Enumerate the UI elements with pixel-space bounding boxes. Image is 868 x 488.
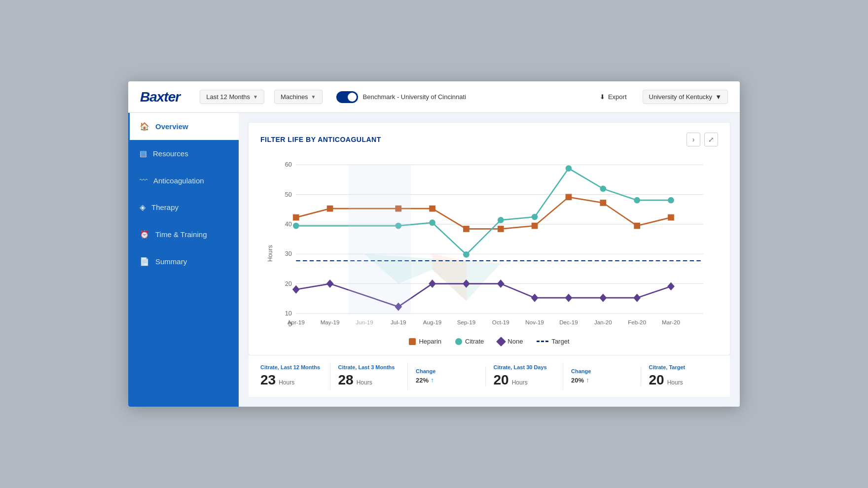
svg-point-28 [293, 223, 299, 229]
chart-controls: › ⤢ [687, 133, 718, 146]
chart-svg: 60 50 40 30 20 10 0 Hours [260, 154, 718, 332]
legend-heparin: Heparin [409, 338, 441, 345]
svg-text:Dec-19: Dec-19 [559, 319, 578, 325]
header: Baxter Last 12 Months ▼ Machines ▼ Bench… [128, 81, 740, 113]
stat-citrate-3m-unit: Hours [357, 379, 372, 386]
chevron-down-icon: ▼ [715, 93, 722, 101]
svg-text:60: 60 [285, 161, 292, 168]
svg-marker-38 [292, 285, 300, 294]
chevron-down-icon: ▼ [311, 94, 316, 100]
svg-marker-43 [497, 279, 505, 288]
svg-text:Oct-19: Oct-19 [492, 319, 509, 325]
sidebar-item-therapy[interactable]: ◈ Therapy [128, 194, 239, 221]
stat-change-3m-value: 22% [416, 377, 429, 384]
svg-marker-45 [565, 294, 573, 302]
clock-icon: ⏰ [140, 230, 149, 239]
none-color [496, 337, 506, 347]
heparin-label: Heparin [419, 338, 441, 345]
svg-point-32 [498, 217, 504, 223]
svg-rect-24 [566, 194, 572, 200]
machines-label: Machines [281, 93, 308, 101]
svg-rect-25 [600, 200, 606, 206]
target-label: Target [551, 338, 569, 345]
sidebar-item-label: Therapy [151, 203, 179, 211]
benchmark-label: Benchmark - University of Cincinnati [363, 93, 467, 101]
stat-citrate-3m: Citrate, Last 3 Months 28 Hours [330, 362, 408, 390]
stat-citrate-target-label: Citrate, Target [649, 364, 711, 370]
chart-next-button[interactable]: › [687, 133, 700, 146]
stat-citrate-30d-label: Citrate, Last 30 Days [494, 364, 555, 370]
citrate-color [455, 338, 462, 345]
arrow-up-icon: ↑ [431, 376, 434, 384]
svg-text:May-19: May-19 [321, 319, 340, 325]
sidebar-item-label: Anticoagulation [153, 176, 204, 185]
svg-point-37 [668, 197, 674, 204]
sidebar-item-label: Resources [153, 149, 188, 158]
stat-citrate-target-unit: Hours [667, 379, 683, 386]
university-dropdown[interactable]: University of Kentucky ▼ [643, 90, 728, 104]
time-filter-dropdown[interactable]: Last 12 Months ▼ [200, 90, 264, 104]
stat-change-30d: Change 20% ↑ [563, 366, 641, 386]
svg-marker-48 [667, 282, 675, 290]
none-label: None [507, 338, 523, 345]
svg-rect-23 [532, 223, 538, 229]
svg-text:Jan-20: Jan-20 [594, 319, 612, 325]
svg-rect-18 [327, 206, 333, 212]
svg-point-31 [463, 251, 470, 258]
export-label: Export [608, 93, 627, 101]
stat-citrate-target-value: 20 [649, 372, 664, 388]
stat-citrate-12m: Citrate, Last 12 Months 23 Hours [260, 362, 330, 390]
arrow-up-icon: ↑ [586, 376, 589, 384]
chart-title: FILTER LIFE BY ANTICOAGULANT [260, 136, 381, 143]
svg-point-36 [634, 197, 640, 204]
svg-text:Feb-20: Feb-20 [628, 319, 646, 325]
sidebar-item-overview[interactable]: 🏠 Overview [128, 113, 239, 140]
svg-rect-17 [293, 214, 299, 221]
citrate-label: Citrate [465, 338, 484, 345]
sidebar: 🏠 Overview ▤ Resources 〰 Anticoagulation… [128, 113, 239, 407]
chart-card: FILTER LIFE BY ANTICOAGULANT › ⤢ [249, 123, 730, 355]
svg-text:50: 50 [285, 191, 292, 198]
stat-change-30d-label: Change [571, 368, 633, 374]
home-icon: 🏠 [140, 122, 149, 131]
export-button[interactable]: ⬇ Export [594, 90, 633, 104]
stat-citrate-12m-unit: Hours [279, 379, 294, 386]
sidebar-item-anticoagulation[interactable]: 〰 Anticoagulation [128, 167, 239, 194]
svg-text:Jul-19: Jul-19 [391, 319, 406, 325]
anticoagulation-icon: 〰 [140, 176, 147, 185]
svg-marker-47 [633, 294, 641, 302]
legend-citrate: Citrate [455, 338, 484, 345]
svg-rect-20 [429, 206, 435, 212]
svg-text:40: 40 [285, 221, 292, 228]
sidebar-item-resources[interactable]: ▤ Resources [128, 140, 239, 167]
machines-dropdown[interactable]: Machines ▼ [274, 90, 323, 104]
svg-text:Apr-19: Apr-19 [288, 319, 305, 325]
svg-rect-22 [498, 226, 504, 232]
stat-citrate-3m-value: 28 [338, 372, 354, 388]
logo: Baxter [140, 89, 180, 105]
stat-citrate-target: Citrate, Target 20 Hours [641, 362, 719, 390]
summary-icon: 📄 [140, 257, 149, 266]
stat-citrate-30d: Citrate, Last 30 Days 20 Hours [486, 362, 564, 390]
stat-change-30d-value: 20% [571, 377, 584, 384]
svg-point-30 [429, 219, 435, 226]
benchmark-toggle[interactable] [336, 91, 358, 103]
svg-marker-41 [429, 279, 436, 288]
sidebar-item-label: Overview [155, 122, 188, 131]
sidebar-item-label: Summary [155, 257, 187, 266]
svg-text:Nov-19: Nov-19 [525, 319, 543, 325]
legend-none: None [498, 338, 523, 345]
resources-icon: ▤ [140, 149, 147, 158]
svg-rect-21 [463, 226, 470, 232]
sidebar-item-label: Time & Training [155, 230, 207, 239]
chart-expand-button[interactable]: ⤢ [704, 133, 718, 146]
sidebar-item-time-training[interactable]: ⏰ Time & Training [128, 221, 239, 248]
stat-citrate-30d-unit: Hours [512, 379, 528, 386]
svg-rect-61 [348, 165, 411, 314]
svg-text:Hours: Hours [267, 245, 274, 262]
sidebar-item-summary[interactable]: 📄 Summary [128, 248, 239, 275]
svg-marker-46 [599, 294, 607, 302]
chevron-down-icon: ▼ [253, 94, 258, 100]
stat-citrate-3m-label: Citrate, Last 3 Months [338, 364, 400, 370]
svg-rect-27 [668, 214, 674, 221]
